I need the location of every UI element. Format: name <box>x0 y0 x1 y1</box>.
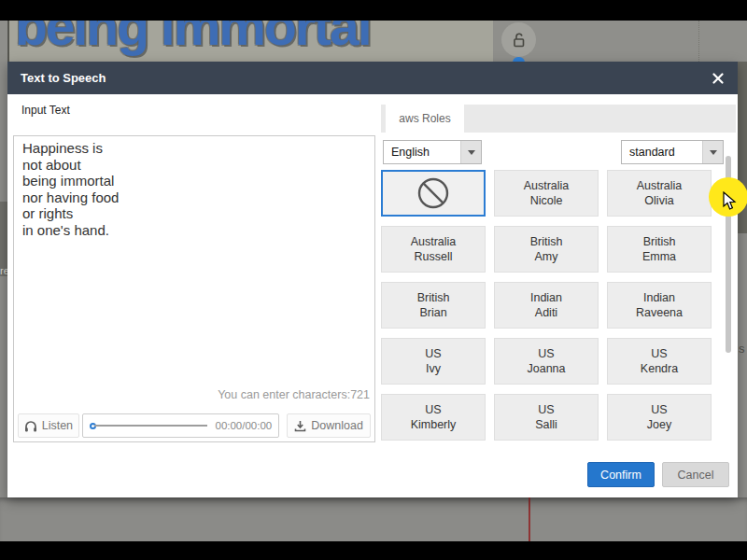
voice-region: Indian <box>643 290 675 305</box>
voice-grid: AustraliaNicoleAustraliaOliviaAustraliaR… <box>381 170 713 441</box>
voice-option[interactable]: USJoey <box>607 394 712 441</box>
player-controls: Listen 00:00/00:00 Download <box>18 413 371 438</box>
voice-option[interactable]: USSalli <box>494 394 599 441</box>
voice-name: Joey <box>647 417 671 432</box>
text-to-speech-dialog: Text to Speech Input Text Happiness is n… <box>7 62 738 497</box>
style-select[interactable]: standard <box>621 140 724 164</box>
character-limit-text: You can enter characters: <box>218 388 350 401</box>
audio-player: 00:00/00:00 <box>82 413 279 438</box>
letterbox-top <box>0 0 747 21</box>
voice-region: British <box>643 234 676 249</box>
voice-region: US <box>425 402 441 417</box>
voice-option[interactable]: BritishAmy <box>494 226 599 273</box>
close-icon[interactable] <box>710 70 726 87</box>
document-page: being immortal <box>7 21 493 62</box>
voice-name: Amy <box>535 249 558 264</box>
voice-name: Emma <box>642 249 676 264</box>
voice-region: British <box>530 234 563 249</box>
voice-name: Raveena <box>636 305 683 320</box>
language-value: English <box>384 141 460 163</box>
voice-name: Kendra <box>641 361 678 376</box>
download-button[interactable]: Download <box>287 413 371 438</box>
voice-region: US <box>651 346 667 361</box>
dialog-header: Text to Speech <box>7 62 738 94</box>
voice-name: Nicole <box>530 193 563 208</box>
audio-time: 00:00/00:00 <box>215 420 272 431</box>
voice-option[interactable]: AustraliaOlivia <box>607 170 712 217</box>
canvas-guide-line <box>698 21 699 62</box>
chevron-down-icon[interactable] <box>702 141 723 163</box>
listen-label: Listen <box>42 419 73 432</box>
language-select[interactable]: English <box>383 140 482 164</box>
background-red-guide <box>529 497 530 541</box>
headphones-icon <box>24 420 37 432</box>
chevron-down-icon[interactable] <box>460 141 481 163</box>
voice-name: Kimberly <box>411 417 457 432</box>
background-left-text: re <box>0 265 7 276</box>
letterbox-bottom <box>0 541 747 560</box>
voice-region: US <box>651 402 667 417</box>
voice-name: Olivia <box>644 193 673 208</box>
voice-region: US <box>425 346 441 361</box>
voice-region: Australia <box>524 178 570 193</box>
audio-slider-track[interactable] <box>94 425 208 427</box>
voice-option[interactable]: IndianRaveena <box>607 282 712 329</box>
character-count: 721 <box>350 388 370 401</box>
style-value: standard <box>622 141 702 163</box>
voice-option[interactable]: USKendra <box>607 338 712 385</box>
voice-option[interactable]: AustraliaNicole <box>494 170 599 217</box>
input-panel: Happiness is not about being immortal no… <box>13 135 375 442</box>
screen: being immortal re s Text to Speech <box>0 0 747 560</box>
voice-name: Ivy <box>426 361 441 376</box>
dialog-title: Text to Speech <box>21 71 106 85</box>
voice-region: Australia <box>637 178 683 193</box>
character-limit-hint: You can enter characters:721 <box>218 388 370 401</box>
listen-button[interactable]: Listen <box>18 413 79 438</box>
voice-name: Russell <box>415 249 453 264</box>
download-icon <box>294 420 306 432</box>
voice-option[interactable]: USIvy <box>381 338 486 385</box>
roles-tab-bar: aws Roles <box>381 105 736 133</box>
unlock-badge[interactable] <box>501 22 536 57</box>
voice-option[interactable]: IndianAditi <box>494 282 599 329</box>
voice-name: Joanna <box>527 361 565 376</box>
voice-region: US <box>538 402 554 417</box>
voice-name: Brian <box>419 305 446 320</box>
voice-name: Salli <box>535 417 557 432</box>
unlock-icon <box>510 31 528 49</box>
voice-option[interactable]: USJoanna <box>494 338 599 385</box>
voice-option[interactable]: USKimberly <box>381 394 486 441</box>
no-voice-icon <box>415 175 452 212</box>
text-input-area[interactable]: Happiness is not about being immortal no… <box>22 140 366 385</box>
input-text-label: Input Text <box>21 104 70 117</box>
background-right-text: s <box>739 342 745 356</box>
background-bottom <box>0 497 747 541</box>
voice-option-none[interactable] <box>381 170 486 217</box>
background-right-edge: s <box>738 62 747 497</box>
voice-region: Indian <box>530 290 562 305</box>
voice-option[interactable]: AustraliaRussell <box>381 226 486 273</box>
download-label: Download <box>311 419 363 432</box>
document-heading: being immortal <box>15 21 371 57</box>
cancel-button[interactable]: Cancel <box>662 462 729 487</box>
voice-region: US <box>538 346 554 361</box>
voice-name: Aditi <box>535 305 557 320</box>
voice-region: Australia <box>411 234 457 249</box>
tab-aws-roles[interactable]: aws Roles <box>386 105 464 133</box>
confirm-button[interactable]: Confirm <box>587 462 655 487</box>
voice-option[interactable]: BritishBrian <box>381 282 486 329</box>
background-left-edge: re <box>0 62 7 497</box>
mouse-cursor <box>723 191 737 211</box>
background-canvas: being immortal <box>0 21 747 62</box>
voice-region: British <box>417 290 450 305</box>
voice-option[interactable]: BritishEmma <box>607 226 712 273</box>
